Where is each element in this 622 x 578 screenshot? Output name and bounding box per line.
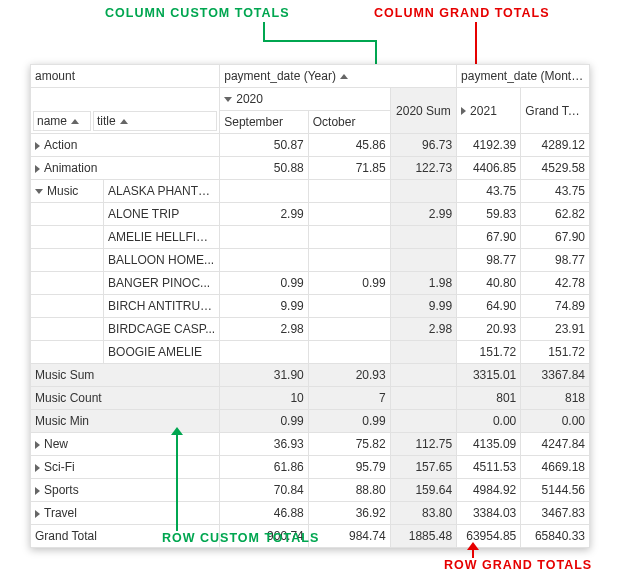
cell: 42.78 (521, 272, 590, 295)
cell: 122.73 (390, 157, 456, 180)
cell: 2.99 (220, 203, 309, 226)
cell: 0.99 (308, 272, 390, 295)
cell (390, 180, 456, 203)
cell: 67.90 (521, 226, 590, 249)
table-row[interactable]: BANGER PINOC...0.990.991.9840.8042.78 (31, 272, 590, 295)
cell: 95.79 (308, 456, 390, 479)
row-category (31, 295, 104, 318)
cell: 4511.53 (457, 456, 521, 479)
col-2020[interactable]: 2020 (220, 88, 390, 111)
row-title: ALASKA PHANTOM (104, 180, 220, 203)
cell: 0.00 (521, 410, 590, 433)
cell: 801 (457, 387, 521, 410)
col-2021[interactable]: 2021 (457, 88, 521, 134)
cell: 3315.01 (457, 364, 521, 387)
cell: 62.82 (521, 203, 590, 226)
table-row[interactable]: Travel46.8836.9283.803384.033467.83 (31, 502, 590, 525)
field-name[interactable]: name (33, 111, 91, 131)
cell: 4529.58 (521, 157, 590, 180)
label-row-custom-totals: ROW CUSTOM TOTALS (162, 531, 319, 545)
cell: 96.73 (390, 134, 456, 157)
table-row[interactable]: Sports70.8488.80159.644984.925144.56 (31, 479, 590, 502)
row-category (31, 318, 104, 341)
table-row[interactable]: BOOGIE AMELIE151.72151.72 (31, 341, 590, 364)
cell: 4669.18 (521, 456, 590, 479)
table-row[interactable]: Animation50.8871.85122.734406.854529.58 (31, 157, 590, 180)
cell: 20.93 (457, 318, 521, 341)
label-column-custom-totals: COLUMN CUSTOM TOTALS (105, 6, 290, 20)
cell: 71.85 (308, 157, 390, 180)
cell: 98.77 (521, 249, 590, 272)
cell: 74.89 (521, 295, 590, 318)
cell: 4289.12 (521, 134, 590, 157)
table-row[interactable]: New36.9375.82112.754135.094247.84 (31, 433, 590, 456)
table-row[interactable]: BIRCH ANTITRUST9.999.9964.9074.89 (31, 295, 590, 318)
cell: 83.80 (390, 502, 456, 525)
table-row[interactable]: Music Sum31.9020.933315.013367.84 (31, 364, 590, 387)
cell: 9.99 (220, 295, 309, 318)
cell: 0.99 (220, 272, 309, 295)
row-aggregate: Music Min (31, 410, 220, 433)
row-category[interactable]: New (31, 433, 220, 456)
cell (308, 318, 390, 341)
cell: 43.75 (457, 180, 521, 203)
table-row[interactable]: Music Min0.990.990.000.00 (31, 410, 590, 433)
table-row[interactable]: AMELIE HELLFIG...67.9067.90 (31, 226, 590, 249)
row-category[interactable]: Action (31, 134, 220, 157)
cell (308, 341, 390, 364)
cell (308, 180, 390, 203)
row-category[interactable]: Animation (31, 157, 220, 180)
cell: 151.72 (457, 341, 521, 364)
cell (220, 226, 309, 249)
row-category (31, 341, 104, 364)
col-october[interactable]: October (308, 111, 390, 134)
cell: 984.74 (308, 525, 390, 548)
cell: 3367.84 (521, 364, 590, 387)
table-row[interactable]: BALLOON HOME...98.7798.77 (31, 249, 590, 272)
table-row[interactable]: Sci-Fi61.8695.79157.654511.534669.18 (31, 456, 590, 479)
cell: 50.88 (220, 157, 309, 180)
row-category (31, 203, 104, 226)
row-category (31, 272, 104, 295)
table-row[interactable]: MusicALASKA PHANTOM43.7543.75 (31, 180, 590, 203)
cell: 0.99 (220, 410, 309, 433)
label-row-grand-totals: ROW GRAND TOTALS (444, 558, 592, 572)
row-category[interactable]: Sci-Fi (31, 456, 220, 479)
cell: 65840.33 (521, 525, 590, 548)
cell (308, 226, 390, 249)
col-2020-sum[interactable]: 2020 Sum (390, 88, 456, 134)
cell: 2.98 (220, 318, 309, 341)
cell: 0.99 (308, 410, 390, 433)
row-category[interactable]: Music (31, 180, 104, 203)
field-payment-year[interactable]: payment_date (Year) (220, 65, 457, 88)
cell (308, 203, 390, 226)
row-aggregate: Music Sum (31, 364, 220, 387)
cell: 3384.03 (457, 502, 521, 525)
row-title: BIRCH ANTITRUST (104, 295, 220, 318)
col-september[interactable]: September (220, 111, 309, 134)
field-amount[interactable]: amount (31, 65, 220, 88)
cell: 45.86 (308, 134, 390, 157)
row-title: AMELIE HELLFIG... (104, 226, 220, 249)
row-category[interactable]: Travel (31, 502, 220, 525)
cell: 4984.92 (457, 479, 521, 502)
row-title: BANGER PINOC... (104, 272, 220, 295)
table-row[interactable]: Action50.8745.8696.734192.394289.12 (31, 134, 590, 157)
cell: 4192.39 (457, 134, 521, 157)
label-column-grand-totals: COLUMN GRAND TOTALS (374, 6, 549, 20)
table-row[interactable]: Music Count107801818 (31, 387, 590, 410)
field-title[interactable]: title (93, 111, 217, 131)
cell (390, 226, 456, 249)
pivot-grid-real[interactable]: amount payment_date (Year) payment_date … (30, 64, 590, 548)
field-payment-month[interactable]: payment_date (Month) (457, 65, 590, 88)
cell: 1885.48 (390, 525, 456, 548)
col-grand-total[interactable]: Grand Total (521, 88, 590, 134)
cell: 59.83 (457, 203, 521, 226)
row-category (31, 249, 104, 272)
cell: 88.80 (308, 479, 390, 502)
table-row[interactable]: ALONE TRIP2.992.9959.8362.82 (31, 203, 590, 226)
row-category[interactable]: Sports (31, 479, 220, 502)
table-row[interactable]: BIRDCAGE CASP...2.982.9820.9323.91 (31, 318, 590, 341)
cell: 7 (308, 387, 390, 410)
cell: 3467.83 (521, 502, 590, 525)
